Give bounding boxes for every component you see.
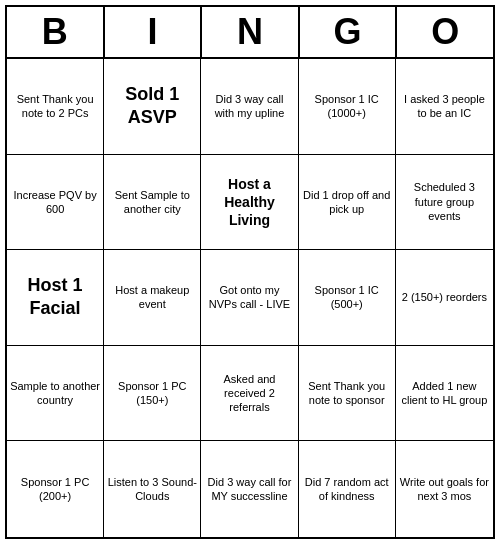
bingo-card: BINGO Sent Thank you note to 2 PCsSold 1… bbox=[5, 5, 495, 539]
header-letter-b: B bbox=[7, 7, 105, 57]
header-letter-i: I bbox=[105, 7, 203, 57]
bingo-cell-23: Did 3 way call for MY successline bbox=[201, 441, 298, 537]
bingo-cell-24: Did 7 random act of kindness bbox=[299, 441, 396, 537]
header-letter-g: G bbox=[300, 7, 398, 57]
bingo-cell-6: Increase PQV by 600 bbox=[7, 155, 104, 251]
bingo-cell-9: Did 1 drop off and pick up bbox=[299, 155, 396, 251]
bingo-cell-15: 2 (150+) reorders bbox=[396, 250, 493, 346]
header-letter-n: N bbox=[202, 7, 300, 57]
bingo-cell-8: Host a Healthy Living bbox=[201, 155, 298, 251]
header-letter-o: O bbox=[397, 7, 493, 57]
bingo-cell-14: Sponsor 1 IC (500+) bbox=[299, 250, 396, 346]
bingo-cell-21: Sponsor 1 PC (200+) bbox=[7, 441, 104, 537]
bingo-cell-3: Did 3 way call with my upline bbox=[201, 59, 298, 155]
bingo-cell-25: Write out goals for next 3 mos bbox=[396, 441, 493, 537]
bingo-cell-1: Sent Thank you note to 2 PCs bbox=[7, 59, 104, 155]
bingo-cell-2: Sold 1 ASVP bbox=[104, 59, 201, 155]
bingo-cell-22: Listen to 3 Sound-Clouds bbox=[104, 441, 201, 537]
bingo-cell-16: Sample to another country bbox=[7, 346, 104, 442]
bingo-cell-20: Added 1 new client to HL group bbox=[396, 346, 493, 442]
bingo-header: BINGO bbox=[7, 7, 493, 59]
bingo-cell-13: Got onto my NVPs call - LIVE bbox=[201, 250, 298, 346]
bingo-grid: Sent Thank you note to 2 PCsSold 1 ASVPD… bbox=[7, 59, 493, 537]
bingo-cell-19: Sent Thank you note to sponsor bbox=[299, 346, 396, 442]
bingo-cell-17: Sponsor 1 PC (150+) bbox=[104, 346, 201, 442]
bingo-cell-4: Sponsor 1 IC (1000+) bbox=[299, 59, 396, 155]
bingo-cell-18: Asked and received 2 referrals bbox=[201, 346, 298, 442]
bingo-cell-5: I asked 3 people to be an IC bbox=[396, 59, 493, 155]
bingo-cell-11: Host 1 Facial bbox=[7, 250, 104, 346]
bingo-cell-12: Host a makeup event bbox=[104, 250, 201, 346]
bingo-cell-7: Sent Sample to another city bbox=[104, 155, 201, 251]
bingo-cell-10: Scheduled 3 future group events bbox=[396, 155, 493, 251]
